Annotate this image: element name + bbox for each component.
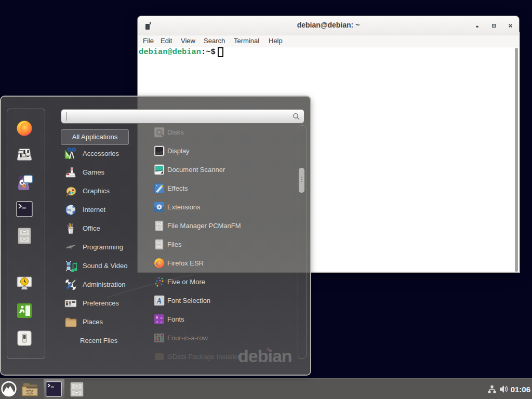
svg-text:A: A xyxy=(156,297,162,305)
svg-text:a: a xyxy=(161,316,163,320)
